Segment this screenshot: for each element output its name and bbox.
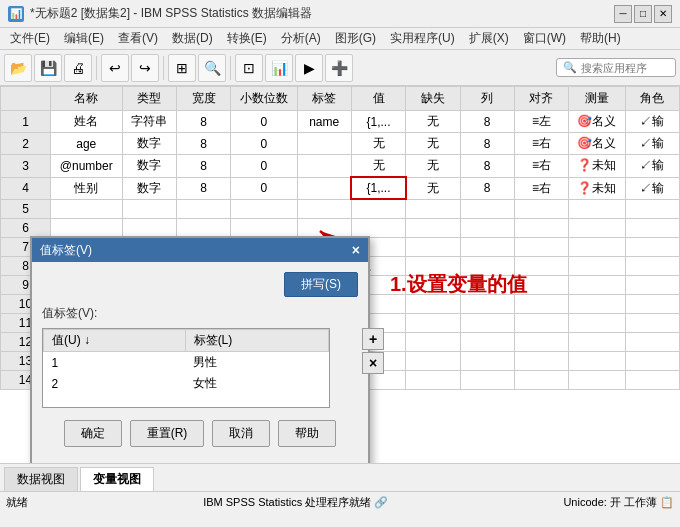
- table-cell-align[interactable]: [514, 351, 568, 370]
- table-cell-measure[interactable]: [569, 294, 626, 313]
- print-btn[interactable]: 🖨: [64, 54, 92, 82]
- table-cell-measure[interactable]: 🎯名义: [569, 133, 626, 155]
- menu-extensions[interactable]: 扩展(X): [463, 28, 515, 49]
- redo-btn[interactable]: ↪: [131, 54, 159, 82]
- table-cell-align[interactable]: [514, 370, 568, 389]
- table-cell-value[interactable]: {1,...: [351, 111, 405, 133]
- search-input[interactable]: [581, 62, 671, 74]
- minimize-btn[interactable]: ─: [614, 5, 632, 23]
- table-cell-role[interactable]: ↙输: [625, 155, 679, 178]
- reset-button[interactable]: 重置(R): [130, 420, 205, 447]
- menu-edit[interactable]: 编辑(E): [58, 28, 110, 49]
- table-cell-type[interactable]: [122, 218, 176, 237]
- table-cell-role[interactable]: [625, 313, 679, 332]
- goto-btn[interactable]: ⊞: [168, 54, 196, 82]
- table-cell-label[interactable]: name: [297, 111, 351, 133]
- table-cell-name[interactable]: age: [51, 133, 123, 155]
- table-cell-missing[interactable]: 无: [406, 111, 460, 133]
- col-header-value[interactable]: 值: [351, 87, 405, 111]
- table-cell-col[interactable]: 8: [460, 111, 514, 133]
- table-cell-align[interactable]: ≡右: [514, 133, 568, 155]
- menu-transform[interactable]: 转换(E): [221, 28, 273, 49]
- col-header-align[interactable]: 对齐: [514, 87, 568, 111]
- table-cell-measure[interactable]: [569, 370, 626, 389]
- menu-help[interactable]: 帮助(H): [574, 28, 627, 49]
- help-button[interactable]: 帮助: [278, 420, 336, 447]
- col-header-missing[interactable]: 缺失: [406, 87, 460, 111]
- table-cell-align[interactable]: ≡右: [514, 155, 568, 178]
- chart-btn[interactable]: 📊: [265, 54, 293, 82]
- table-cell-type[interactable]: 数字: [122, 155, 176, 178]
- menu-analyze[interactable]: 分析(A): [275, 28, 327, 49]
- col-header-width[interactable]: 宽度: [176, 87, 230, 111]
- run-btn[interactable]: ▶: [295, 54, 323, 82]
- table-cell-role[interactable]: [625, 294, 679, 313]
- table-cell-role[interactable]: [625, 218, 679, 237]
- table-cell-role[interactable]: [625, 332, 679, 351]
- table-cell-col[interactable]: 8: [460, 133, 514, 155]
- table-cell-col[interactable]: [460, 351, 514, 370]
- table-cell-measure[interactable]: [569, 313, 626, 332]
- col-header-role[interactable]: 角色: [625, 87, 679, 111]
- add-value-btn[interactable]: +: [362, 328, 384, 350]
- table-cell-name[interactable]: 姓名: [51, 111, 123, 133]
- tab-variable-view[interactable]: 变量视图: [80, 467, 154, 491]
- table-cell-name[interactable]: [51, 218, 123, 237]
- col-header-label[interactable]: 标签: [297, 87, 351, 111]
- table-cell-missing[interactable]: 无: [406, 155, 460, 178]
- table-cell-decimals[interactable]: 0: [231, 155, 297, 178]
- table-cell-value[interactable]: 无: [351, 155, 405, 178]
- table-cell-decimals[interactable]: 0: [231, 177, 297, 199]
- table-cell-name[interactable]: 性别: [51, 177, 123, 199]
- table-cell-col[interactable]: [460, 313, 514, 332]
- close-btn[interactable]: ✕: [654, 5, 672, 23]
- menu-data[interactable]: 数据(D): [166, 28, 219, 49]
- table-cell-type[interactable]: 数字: [122, 133, 176, 155]
- table-cell-value[interactable]: {1,...: [351, 177, 405, 199]
- table-cell-measure[interactable]: [569, 218, 626, 237]
- var-btn[interactable]: ⊡: [235, 54, 263, 82]
- tab-data-view[interactable]: 数据视图: [4, 467, 78, 491]
- col-header-col[interactable]: 列: [460, 87, 514, 111]
- window-controls[interactable]: ─ □ ✕: [614, 5, 672, 23]
- table-cell-missing[interactable]: [406, 351, 460, 370]
- table-cell-role[interactable]: [625, 256, 679, 275]
- cancel-button[interactable]: 取消: [212, 420, 270, 447]
- table-cell-role[interactable]: [625, 237, 679, 256]
- menu-graphs[interactable]: 图形(G): [329, 28, 382, 49]
- table-cell-value[interactable]: 无: [351, 133, 405, 155]
- table-cell-role[interactable]: [625, 275, 679, 294]
- table-cell-width[interactable]: 8: [176, 133, 230, 155]
- table-cell-col[interactable]: [460, 199, 514, 218]
- table-cell-missing[interactable]: [406, 313, 460, 332]
- table-cell-width[interactable]: [176, 199, 230, 218]
- remove-value-btn[interactable]: ×: [362, 352, 384, 374]
- table-cell-missing[interactable]: [406, 199, 460, 218]
- find-btn[interactable]: 🔍: [198, 54, 226, 82]
- table-cell-decimals[interactable]: 0: [231, 133, 297, 155]
- table-cell-role[interactable]: [625, 370, 679, 389]
- table-cell-decimals[interactable]: [231, 199, 297, 218]
- table-cell-label[interactable]: [297, 155, 351, 178]
- table-cell-type[interactable]: 字符串: [122, 111, 176, 133]
- maximize-btn[interactable]: □: [634, 5, 652, 23]
- col-header-measure[interactable]: 测量: [569, 87, 626, 111]
- col-header-name[interactable]: 名称: [51, 87, 123, 111]
- table-cell-missing[interactable]: 无: [406, 177, 460, 199]
- table-cell-align[interactable]: [514, 313, 568, 332]
- table-cell-measure[interactable]: 🎯名义: [569, 111, 626, 133]
- add-btn[interactable]: ➕: [325, 54, 353, 82]
- table-cell-name[interactable]: [51, 199, 123, 218]
- table-cell-col[interactable]: [460, 218, 514, 237]
- table-cell-col[interactable]: 8: [460, 155, 514, 178]
- table-cell-measure[interactable]: [569, 199, 626, 218]
- table-cell-width[interactable]: 8: [176, 111, 230, 133]
- table-cell-measure[interactable]: [569, 256, 626, 275]
- menu-window[interactable]: 窗口(W): [517, 28, 572, 49]
- table-cell-measure[interactable]: [569, 332, 626, 351]
- table-cell-label[interactable]: [297, 177, 351, 199]
- table-cell-label[interactable]: [297, 133, 351, 155]
- menu-utilities[interactable]: 实用程序(U): [384, 28, 461, 49]
- table-cell-align[interactable]: [514, 218, 568, 237]
- open-btn[interactable]: 📂: [4, 54, 32, 82]
